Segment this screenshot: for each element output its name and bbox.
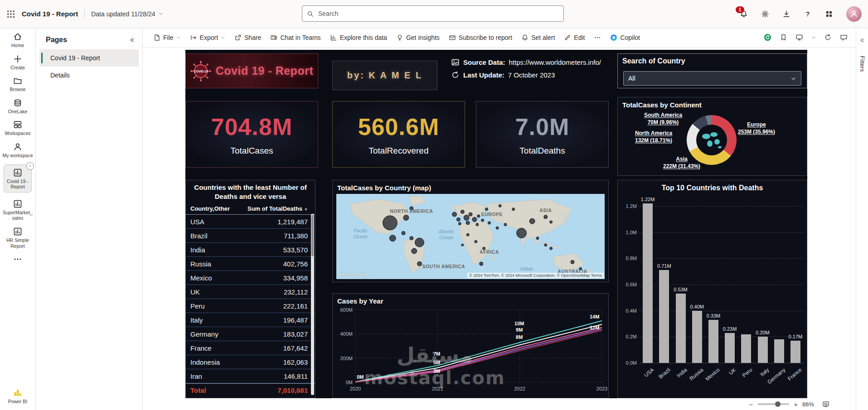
- table-scrollbar[interactable]: [311, 214, 314, 395]
- bar-italy[interactable]: [758, 337, 768, 363]
- zoom-controls: − + 86%: [749, 400, 829, 408]
- zoom-slider[interactable]: [757, 403, 789, 405]
- svg-text:COVID-19: COVID-19: [194, 69, 208, 72]
- bar-usa[interactable]: [643, 203, 653, 363]
- filters-label[interactable]: Filters: [859, 56, 866, 72]
- toolbar-get-insights-button[interactable]: Get insights: [392, 30, 444, 45]
- bar-brazil[interactable]: [659, 270, 669, 363]
- rail-item-onelake[interactable]: OneLake: [1, 98, 34, 115]
- expand-filters-icon[interactable]: [859, 38, 865, 43]
- bar-label: 0.23M: [720, 326, 740, 332]
- svg-text:9M: 9M: [516, 327, 523, 333]
- bar-france[interactable]: [790, 341, 800, 363]
- column-deaths[interactable]: Sum of TotalDeaths▼: [247, 205, 308, 212]
- global-search[interactable]: [302, 5, 564, 22]
- waffle-menu-icon[interactable]: [6, 10, 15, 19]
- powerbi-app-switcher[interactable]: Power BI: [8, 388, 28, 405]
- table-row-uk[interactable]: UK232,112: [186, 285, 315, 299]
- toolbar-share-button[interactable]: Share: [230, 30, 265, 45]
- table-row-italy[interactable]: Italy196,487: [186, 313, 315, 327]
- rail-item-more[interactable]: [1, 255, 34, 264]
- toolbar-subscribe-to-report-button[interactable]: Subscribe to report: [445, 30, 516, 45]
- bing-attribution: Microsoft Bing: [339, 272, 368, 277]
- bar-india[interactable]: [676, 294, 686, 363]
- kpi-total-cases: 704.8M TotalCases: [185, 101, 318, 168]
- refresh-visuals-icon[interactable]: [824, 34, 832, 41]
- toolbar-edit-button[interactable]: Edit: [560, 30, 589, 45]
- country-dropdown[interactable]: All: [623, 71, 801, 86]
- toolbar-export-button[interactable]: Export: [186, 30, 229, 45]
- bar-chart[interactable]: 1.22M0.71M0.53M0.40M0.33M0.23M0.20M0.17M: [640, 206, 804, 363]
- page-item-1[interactable]: Covid 19 - Report: [39, 49, 139, 67]
- chevron-down-icon: [221, 35, 225, 40]
- zoom-in-button[interactable]: +: [794, 401, 798, 408]
- sort-desc-icon: ▼: [304, 207, 308, 212]
- rail-item-workspaces[interactable]: Workspaces: [1, 120, 34, 136]
- bar-mexico[interactable]: [708, 320, 718, 363]
- zoom-slider-thumb[interactable]: [775, 401, 781, 407]
- settings-icon[interactable]: [761, 10, 769, 18]
- rail-item-home[interactable]: Home: [1, 32, 34, 48]
- refresh-icon: [451, 71, 460, 79]
- download-icon[interactable]: [782, 10, 790, 18]
- table-row-mexico[interactable]: Mexico334,958: [186, 271, 315, 285]
- collapse-pages-icon[interactable]: [129, 37, 135, 43]
- view-options-icon[interactable]: [795, 34, 803, 41]
- toolbar-copilot-button[interactable]: Copilot: [606, 30, 644, 45]
- toolbar-explore-this-data-button[interactable]: Explore this data: [326, 30, 391, 45]
- sync-status-icon[interactable]: [764, 34, 771, 41]
- table-row-india[interactable]: India533,570: [186, 243, 315, 257]
- rail-item-hr-simple-report[interactable]: HR Simple Report: [1, 227, 34, 249]
- table-row-peru[interactable]: Peru222,161: [186, 299, 315, 313]
- data-updated-label: Data updated 11/28/24: [91, 10, 155, 18]
- rail-item-my-workspace[interactable]: My workspace: [1, 142, 34, 159]
- source-label: Source Data:: [463, 58, 505, 66]
- table-row-indonesia[interactable]: Indonesia162,063: [186, 355, 315, 369]
- country-search-title: Search of Country: [618, 54, 807, 65]
- data-updated-menu[interactable]: Data updated 11/28/24: [91, 10, 163, 18]
- toolbar-chat-in-teams-button[interactable]: TChat in Teams: [266, 30, 325, 45]
- search-input[interactable]: [317, 10, 559, 18]
- help-icon[interactable]: ?: [804, 10, 812, 18]
- toolbar-set-alert-button[interactable]: Set alert: [517, 30, 559, 45]
- comments-icon[interactable]: [840, 34, 848, 41]
- view-chevron-icon[interactable]: [811, 35, 816, 40]
- kpi-label: TotalDeaths: [519, 146, 565, 156]
- rail-item-create[interactable]: Create: [1, 54, 34, 71]
- explore-icon: [330, 34, 337, 41]
- bookmarks-icon[interactable]: [780, 34, 787, 41]
- apps-icon[interactable]: [825, 10, 833, 18]
- user-avatar[interactable]: [846, 6, 862, 22]
- fit-to-page-icon[interactable]: [822, 400, 829, 408]
- table-row-russia[interactable]: Russia402,756: [186, 257, 315, 271]
- table-header[interactable]: Country,Other Sum of TotalDeaths▼: [186, 203, 315, 215]
- toolbar-file-button[interactable]: File: [149, 30, 185, 45]
- table-total-row: Total 7,010,681: [186, 383, 315, 397]
- source-url[interactable]: https://www.worldometers.info/: [509, 58, 601, 66]
- bar-peru[interactable]: [741, 334, 751, 363]
- rail-item-supermarket-sales[interactable]: SuperMarket_sales: [1, 199, 34, 221]
- line-chart[interactable]: 0M200M400M600M20202021202220230M3M5M7M8M…: [333, 305, 608, 398]
- table-row-usa[interactable]: USA1,219,487: [186, 215, 315, 229]
- onelake-icon: [13, 98, 22, 107]
- zoom-out-button[interactable]: −: [749, 401, 753, 408]
- column-country[interactable]: Country,Other: [190, 205, 230, 212]
- rail-item-covid-19-report[interactable]: Covid 19 - Report: [4, 164, 32, 193]
- svg-text:3M: 3M: [433, 368, 440, 374]
- bar-uk[interactable]: [725, 333, 735, 363]
- report-workarea: FileExportShareTChat in TeamsExplore thi…: [143, 28, 856, 410]
- table-row-france[interactable]: France167,642: [186, 341, 315, 355]
- world-map[interactable]: NORTH AMERICAEUROPEASIAAFRICASOUTH AMERI…: [336, 194, 605, 279]
- bar-russia[interactable]: [692, 311, 702, 363]
- table-row-germany[interactable]: Germany183,027: [186, 327, 315, 341]
- table-row-brazil[interactable]: Brazil711,380: [186, 229, 315, 243]
- world-map-icon: [699, 127, 724, 153]
- map-label-north-america: NORTH AMERICA: [390, 208, 433, 214]
- page-item-2[interactable]: Details: [39, 67, 139, 84]
- table-row-iran[interactable]: Iran146,811: [186, 369, 315, 383]
- close-icon[interactable]: [26, 162, 34, 170]
- rail-item-browse[interactable]: Browse: [1, 76, 34, 92]
- x-label-india: India: [675, 367, 688, 378]
- toolbar-more-button[interactable]: [590, 30, 605, 45]
- bar-germany[interactable]: [774, 339, 784, 363]
